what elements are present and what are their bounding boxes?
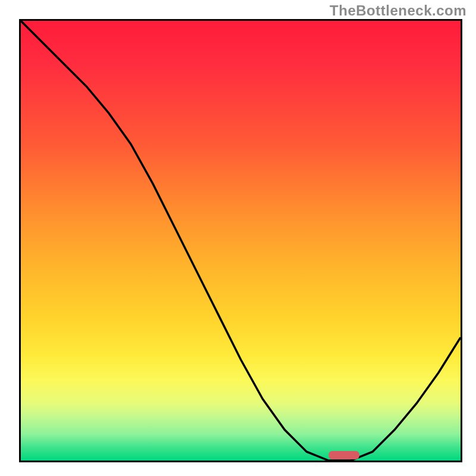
chart-plot-area — [19, 19, 462, 462]
watermark-text: TheBottleneck.com — [330, 2, 466, 19]
chart-overlay — [21, 21, 461, 461]
chart-curve — [21, 21, 461, 461]
chart-marker — [328, 451, 359, 459]
